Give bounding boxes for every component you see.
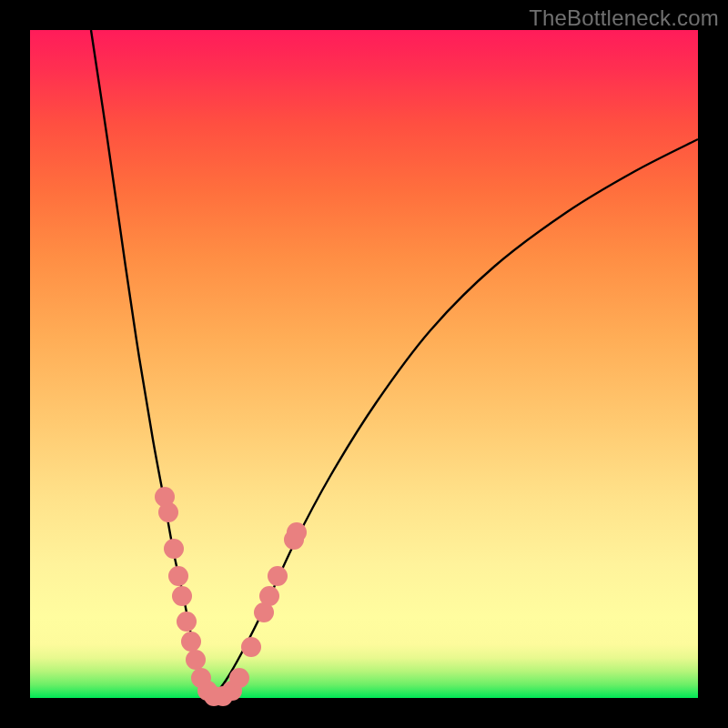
curve-right-branch xyxy=(212,139,698,698)
plot-area xyxy=(30,30,698,698)
curve-left-branch xyxy=(91,30,212,698)
data-markers xyxy=(155,487,307,706)
data-point-marker xyxy=(186,650,206,670)
data-point-marker xyxy=(164,539,184,559)
curve-layer xyxy=(30,30,698,698)
data-point-marker xyxy=(241,637,261,657)
data-point-marker xyxy=(287,522,307,542)
data-point-marker xyxy=(181,632,201,652)
data-point-marker xyxy=(168,566,188,586)
data-point-marker xyxy=(158,502,178,522)
data-point-marker xyxy=(172,586,192,606)
data-point-marker xyxy=(177,612,197,632)
data-point-marker xyxy=(229,668,249,688)
watermark-text: TheBottleneck.com xyxy=(529,5,719,31)
data-point-marker xyxy=(268,566,288,586)
chart-frame: TheBottleneck.com xyxy=(0,0,728,728)
data-point-marker xyxy=(259,586,279,606)
